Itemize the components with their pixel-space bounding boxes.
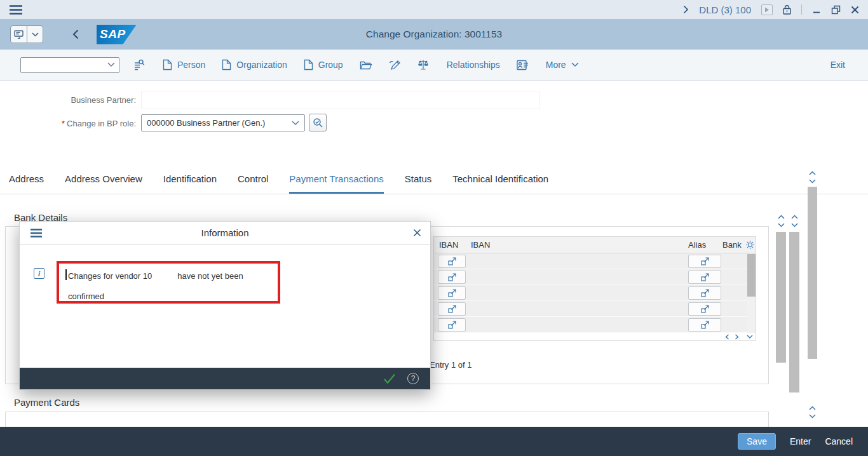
confirm-check-icon[interactable] <box>383 373 396 384</box>
table-pager <box>434 333 756 340</box>
tab-technical-identification[interactable]: Technical Identification <box>452 173 548 194</box>
legal-entity-button[interactable] <box>417 59 429 70</box>
business-partner-input[interactable] <box>141 91 540 109</box>
enter-button[interactable]: Enter <box>790 436 811 446</box>
tab-address-overview[interactable]: Address Overview <box>65 173 142 194</box>
chevron-down-icon <box>571 62 579 67</box>
alias-navigate-button[interactable] <box>688 271 721 284</box>
document-icon <box>222 59 231 70</box>
alias-navigate-button[interactable] <box>688 302 721 316</box>
bp-role-label-text: Change in BP role: <box>67 119 136 128</box>
tab-payment-transactions[interactable]: Payment Transactions <box>289 173 383 194</box>
search-check-icon <box>313 117 323 128</box>
app-header-bar: Change Organization: 3001153 SAP <box>0 19 868 50</box>
scroll-up-icon[interactable] <box>808 404 817 412</box>
table-scroll-left-icon[interactable] <box>725 334 729 340</box>
gui-script-play-icon[interactable] <box>761 4 773 15</box>
general-data-button[interactable] <box>517 60 529 70</box>
payment-cards-heading: Payment Cards <box>14 397 79 408</box>
group-button[interactable]: Group <box>304 59 343 70</box>
help-icon[interactable]: ? <box>407 373 419 384</box>
organization-button[interactable]: Organization <box>222 59 287 70</box>
scroll-down-icon[interactable] <box>808 412 817 420</box>
scroll-down-icon[interactable] <box>808 177 817 185</box>
cancel-button[interactable]: Cancel <box>825 436 853 446</box>
message-part1: Changes for vendor 10 <box>68 271 152 281</box>
relationships-button[interactable]: Relationships <box>447 60 500 70</box>
scroll-up-icon[interactable] <box>776 213 786 221</box>
minimize-icon[interactable] <box>812 5 821 14</box>
scrollbar-thumb[interactable] <box>789 232 799 392</box>
system-connection-id: DLD (3) 100 <box>699 4 751 15</box>
tab-content-scrollbar[interactable] <box>789 213 799 416</box>
bank-table-row <box>434 253 756 269</box>
document-icon <box>163 59 172 70</box>
command-input[interactable] <box>21 58 107 72</box>
iban-navigate-button[interactable] <box>438 286 466 300</box>
locator-icon <box>133 59 145 71</box>
locator-button[interactable] <box>133 59 145 71</box>
scrollbar-thumb[interactable] <box>808 187 817 359</box>
bp-role-select[interactable]: 000000 Business Partner (Gen.) <box>141 114 305 131</box>
bank-table-header: IBAN IBAN Alias Bank <box>434 237 756 253</box>
display-change-button[interactable] <box>389 59 401 70</box>
more-menu-button[interactable]: More <box>546 60 579 70</box>
person-button-label: Person <box>177 60 205 70</box>
scrollbar-thumb[interactable] <box>747 254 756 297</box>
scroll-down-icon[interactable] <box>789 221 799 229</box>
table-settings-gear-icon[interactable] <box>745 240 755 251</box>
scroll-up-icon[interactable] <box>808 169 817 177</box>
alias-navigate-button[interactable] <box>688 255 721 268</box>
bank-table-row <box>434 269 756 285</box>
iban-navigate-button[interactable] <box>438 255 466 268</box>
titlebar-divider <box>801 4 802 15</box>
bp-role-search-button[interactable] <box>309 114 327 131</box>
scroll-down-icon[interactable] <box>776 221 786 229</box>
column-header-iban2[interactable]: IBAN <box>467 240 686 250</box>
iban-navigate-button[interactable] <box>438 302 466 316</box>
tab-control[interactable]: Control <box>238 173 268 194</box>
iban-navigate-button[interactable] <box>438 271 466 284</box>
scrollbar-thumb[interactable] <box>776 232 786 363</box>
bp-role-label: *Change in BP role: <box>0 119 136 128</box>
bank-table-row <box>434 285 756 301</box>
column-header-alias[interactable]: Alias <box>686 240 722 250</box>
restore-window-icon[interactable] <box>831 5 841 15</box>
table-scroll-down-icon[interactable] <box>747 335 753 339</box>
command-combobox[interactable] <box>20 57 119 73</box>
exit-button[interactable]: Exit <box>831 60 845 70</box>
table-vertical-scrollbar[interactable] <box>747 254 756 333</box>
iban-navigate-button[interactable] <box>438 318 466 332</box>
dialog-body: i Changes for vendor 10 have not yet bee… <box>20 245 430 369</box>
business-partner-label: Business Partner: <box>0 95 136 105</box>
alias-navigate-button[interactable] <box>688 318 721 332</box>
dialog-header[interactable]: Information <box>20 222 430 245</box>
scales-icon <box>417 59 429 70</box>
save-button[interactable]: Save <box>738 433 776 450</box>
scroll-up-icon[interactable] <box>789 213 799 221</box>
entry-status-text: Entry 1 of 1 <box>430 360 471 370</box>
bank-details-table: IBAN IBAN Alias Bank <box>433 236 756 341</box>
bp-role-selected-value: 000000 Business Partner (Gen.) <box>147 118 265 128</box>
person-button[interactable]: Person <box>163 59 205 70</box>
expand-chevron-right-icon[interactable] <box>683 5 689 14</box>
bank-table-row <box>434 317 756 333</box>
application-toolbar: Person Organization Group <box>0 50 868 81</box>
menu-hamburger-icon[interactable] <box>9 5 23 15</box>
alias-navigate-button[interactable] <box>688 286 721 300</box>
column-header-iban[interactable]: IBAN <box>434 240 467 250</box>
table-scroll-right-icon[interactable] <box>735 334 739 340</box>
bank-table-row <box>434 301 756 317</box>
combobox-chevron-down-icon[interactable] <box>107 62 119 67</box>
information-dialog: Information i Changes for vendor 10 have… <box>19 221 431 390</box>
required-asterisk: * <box>62 119 65 128</box>
tab-address[interactable]: Address <box>9 173 44 194</box>
groupbox-scrollbar[interactable] <box>776 213 786 416</box>
lock-icon[interactable] <box>783 4 791 15</box>
page-scrollbar[interactable] <box>808 169 817 420</box>
tab-status[interactable]: Status <box>405 173 432 194</box>
close-window-icon[interactable] <box>851 6 859 14</box>
column-header-bank[interactable]: Bank <box>722 240 748 250</box>
tab-identification[interactable]: Identification <box>163 173 217 194</box>
open-bp-button[interactable] <box>360 60 372 70</box>
